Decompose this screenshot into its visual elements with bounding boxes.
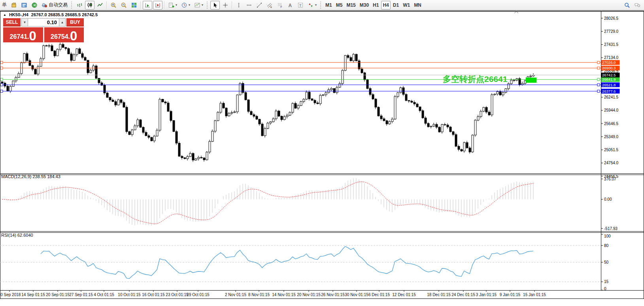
toolbar-grip <box>207 2 208 9</box>
line-handle-left[interactable] <box>0 78 3 81</box>
tf-w1-button[interactable]: W1 <box>401 1 412 10</box>
candle-body <box>485 107 487 112</box>
tile-windows-button[interactable] <box>129 1 139 10</box>
fibonacci-button[interactable]: F <box>275 1 285 10</box>
candle-body <box>281 116 283 120</box>
highlight-rectangle[interactable] <box>526 78 536 83</box>
bar-chart-button[interactable] <box>75 1 84 10</box>
channel-button[interactable]: E <box>265 1 274 10</box>
candle-body <box>134 126 136 130</box>
sell-price-main: 26741 <box>10 34 28 41</box>
sell-button[interactable]: SELL <box>3 18 21 27</box>
auto-scroll-button[interactable] <box>143 1 152 10</box>
rsi-tick-label: 50 <box>604 260 609 264</box>
candle-body <box>270 122 272 123</box>
tf-m15-button[interactable]: M15 <box>345 1 357 10</box>
tf-m5-button[interactable]: M5 <box>334 1 344 10</box>
line-handle-right[interactable] <box>597 78 600 81</box>
candle-body <box>461 150 463 151</box>
navigator-button[interactable] <box>19 1 29 10</box>
candle-body <box>306 92 308 99</box>
time-tick-label: 8 Nov 01:15 <box>248 293 270 297</box>
chat-button[interactable] <box>633 1 642 10</box>
candle-body <box>37 67 39 74</box>
candle-body <box>159 99 161 130</box>
periods-button[interactable]: ▾ <box>179 1 192 10</box>
line-handle-left[interactable] <box>0 90 3 92</box>
chart-title: ▲ HK50-,H4 26767.0 26835.5 26685.5 26742… <box>3 12 98 17</box>
svg-text:T: T <box>299 3 302 7</box>
buy-price-panel[interactable]: 26754.0 <box>44 27 84 42</box>
candle-body <box>95 66 97 78</box>
text-button[interactable]: A <box>285 1 295 10</box>
market-watch-button[interactable] <box>9 1 19 10</box>
templates-button[interactable]: ▾ <box>193 1 205 10</box>
candle-body <box>372 95 374 99</box>
candle-body <box>151 137 153 141</box>
new-order-button[interactable]: 单 <box>0 1 8 10</box>
tf-mn-button[interactable]: MN <box>412 1 423 10</box>
candle-body <box>57 49 59 56</box>
line-chart-button[interactable] <box>95 1 105 10</box>
crosshair-button[interactable] <box>221 1 230 10</box>
line-handle-left[interactable] <box>0 84 3 86</box>
candle-body <box>319 95 321 104</box>
trendline-button[interactable] <box>255 1 264 10</box>
arrows-button[interactable]: ▾ <box>306 1 318 10</box>
line-handle-right[interactable] <box>597 61 600 64</box>
candle-body <box>389 122 391 124</box>
tf-m30-button[interactable]: M30 <box>358 1 370 10</box>
line-handle-left[interactable] <box>0 61 3 64</box>
candle-body <box>109 97 111 100</box>
collapse-panel-icon[interactable]: ▲ <box>3 13 6 17</box>
candle-body <box>106 93 108 97</box>
volume-input[interactable]: 0.10 <box>28 18 59 27</box>
line-handle-right[interactable] <box>597 84 600 86</box>
candle-body <box>15 78 17 81</box>
tf-h4-button[interactable]: H4 <box>381 1 390 10</box>
tf-m1-button[interactable]: M1 <box>324 1 334 10</box>
chart-text-annotation[interactable]: 多空转折点26641 <box>443 74 507 85</box>
candle-body <box>9 86 11 91</box>
zoom-out-button[interactable] <box>119 1 128 10</box>
indicators-button[interactable]: ▾ <box>166 1 179 10</box>
candle-body <box>422 111 424 118</box>
candle-body <box>239 84 241 95</box>
sell-price-panel[interactable]: 26741.0 <box>3 27 43 42</box>
candlestick-chart-button[interactable] <box>85 1 94 10</box>
volume-decrease-button[interactable]: ▼ <box>21 18 28 27</box>
tf-mn-button-label: MN <box>414 2 421 8</box>
text-label-button[interactable]: T <box>296 1 305 10</box>
vertical-line-button[interactable] <box>234 1 244 10</box>
candle-body <box>34 69 36 74</box>
text-label-icon: T <box>297 2 304 8</box>
tf-h1-button[interactable]: H1 <box>371 1 380 10</box>
candle-body <box>419 107 421 111</box>
toolbar-grip <box>320 2 322 9</box>
svg-text:A: A <box>289 2 292 8</box>
candle-body <box>1 82 3 83</box>
tf-d1-button-label: D1 <box>393 2 399 8</box>
cursor-button[interactable] <box>210 1 220 10</box>
horizontal-line-button[interactable] <box>244 1 254 10</box>
line-handle-right[interactable] <box>597 67 600 69</box>
candle-body <box>123 103 125 107</box>
tf-d1-button[interactable]: D1 <box>391 1 400 10</box>
candle-body <box>167 103 169 111</box>
signals-button[interactable] <box>30 1 39 10</box>
candle-body <box>217 112 219 121</box>
autotrading-button[interactable]: 自动交易 <box>40 1 69 10</box>
candle-body <box>54 51 56 56</box>
line-handle-right[interactable] <box>597 90 600 92</box>
tile-windows-icon <box>131 2 137 8</box>
chart-shift-button[interactable] <box>153 1 162 10</box>
candle-body <box>303 99 305 102</box>
volume-increase-button[interactable]: ▲ <box>59 18 66 27</box>
line-handle-left[interactable] <box>0 67 3 69</box>
search-button[interactable] <box>622 1 632 10</box>
chart-symbol-period: HK50-,H4 <box>9 12 28 17</box>
zoom-in-button[interactable] <box>109 1 118 10</box>
candle-body <box>98 78 100 83</box>
buy-button[interactable]: BUY <box>66 18 84 27</box>
chart-canvas[interactable]: 28026.527729.027431.527134.026836.526241… <box>0 0 644 306</box>
